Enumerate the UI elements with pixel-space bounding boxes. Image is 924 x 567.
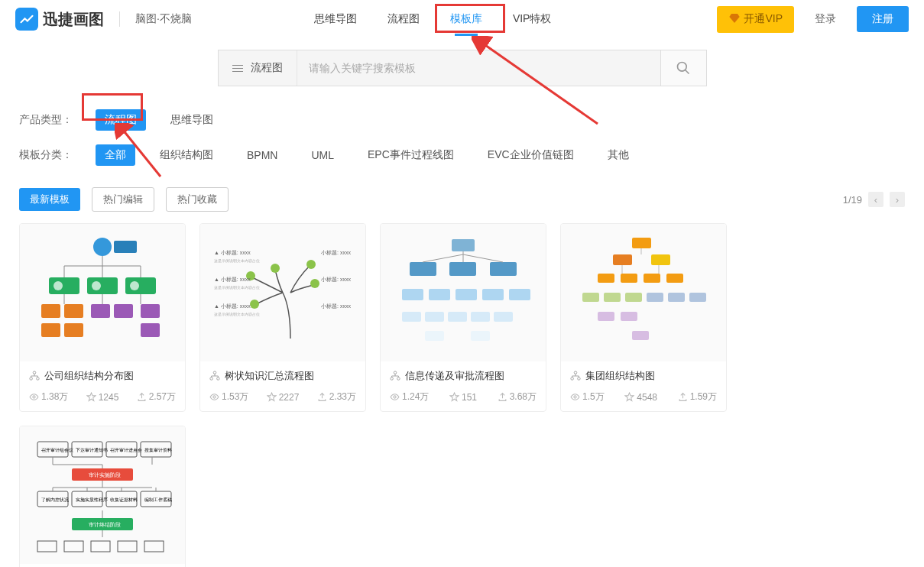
svg-rect-22 <box>141 304 160 318</box>
header-actions: 开通VIP 登录 注册 <box>717 6 909 33</box>
sort-hot-edit[interactable]: 热门编辑 <box>92 187 154 212</box>
svg-text:搜集审计资料: 搜集审计资料 <box>144 447 172 452</box>
svg-point-70 <box>394 396 396 398</box>
svg-point-88 <box>571 377 574 381</box>
page-indicator: 1/19 <box>843 194 862 206</box>
filter-bpmn[interactable]: BPMN <box>238 145 287 165</box>
menu-icon <box>232 65 243 72</box>
svg-point-46 <box>217 377 220 381</box>
svg-point-10 <box>53 281 63 290</box>
svg-point-45 <box>210 377 213 381</box>
filter-org[interactable]: 组织结构图 <box>151 144 222 166</box>
template-card[interactable]: ▲ 小标题: xxxx这是示例说明文本内容占位 ▲ 小标题: xxxx这是示例说… <box>199 223 366 412</box>
vip-button[interactable]: 开通VIP <box>717 6 794 33</box>
template-title: 集团组织结构图 <box>585 369 655 383</box>
svg-line-1 <box>686 70 689 74</box>
svg-rect-25 <box>141 323 160 337</box>
svg-rect-50 <box>410 262 436 276</box>
main-nav: 思维导图 流程图 模板库 VIP特权 <box>314 8 552 30</box>
filter-all[interactable]: 全部 <box>96 144 135 166</box>
svg-rect-79 <box>604 293 621 302</box>
slogan: 脑图·不烧脑 <box>135 12 192 26</box>
search-category-dropdown[interactable]: 流程图 <box>219 50 297 86</box>
search-box: 流程图 <box>218 50 661 86</box>
svg-text:这是示例说明文本内容占位: 这是示例说明文本内容占位 <box>214 312 260 316</box>
template-category-label: 模板分类： <box>19 148 73 162</box>
svg-point-31 <box>306 260 316 269</box>
svg-text:这是示例说明文本内容占位: 这是示例说明文本内容占位 <box>214 285 260 290</box>
svg-rect-20 <box>91 304 110 318</box>
sort-row: 最新模板 热门编辑 热门收藏 1/19 ‹ › <box>0 187 924 223</box>
svg-point-30 <box>271 264 280 273</box>
svg-point-0 <box>678 63 687 72</box>
svg-rect-113 <box>91 541 110 552</box>
svg-rect-82 <box>668 293 685 302</box>
svg-point-68 <box>391 377 394 381</box>
svg-text:小标题: xxxx: 小标题: xxxx <box>321 250 351 255</box>
search-input[interactable] <box>297 50 660 86</box>
svg-line-54 <box>463 254 503 262</box>
svg-rect-58 <box>482 289 504 300</box>
sort-latest[interactable]: 最新模板 <box>19 188 80 211</box>
svg-point-32 <box>310 279 319 288</box>
template-thumbnail: ▲ 小标题: xxxx这是示例说明文本内容占位 ▲ 小标题: xxxx这是示例说… <box>200 224 365 361</box>
svg-rect-57 <box>456 289 477 300</box>
svg-point-67 <box>394 371 397 374</box>
svg-rect-63 <box>471 312 490 322</box>
svg-rect-52 <box>490 262 517 276</box>
logo[interactable]: 迅捷画图 <box>15 8 104 31</box>
template-thumbnail <box>20 224 185 361</box>
prev-page[interactable]: ‹ <box>868 192 883 207</box>
filter-epc[interactable]: EPC事件过程线图 <box>358 144 463 166</box>
search-section: 流程图 <box>0 38 924 102</box>
svg-point-27 <box>30 377 33 381</box>
svg-rect-64 <box>494 312 513 322</box>
divider <box>119 11 120 27</box>
svg-rect-75 <box>621 274 637 283</box>
nav-templates[interactable]: 模板库 <box>450 8 482 30</box>
svg-rect-80 <box>625 293 642 302</box>
search-button[interactable] <box>661 50 707 86</box>
sort-hot-fav[interactable]: 热门收藏 <box>166 187 229 212</box>
svg-rect-112 <box>64 541 83 552</box>
filter-mindmap[interactable]: 思维导图 <box>161 109 222 131</box>
svg-rect-71 <box>632 238 651 248</box>
svg-rect-24 <box>64 323 83 337</box>
nav-mindmap[interactable]: 思维导图 <box>314 8 357 30</box>
svg-rect-62 <box>448 312 467 322</box>
svg-text:编制工作底稿: 编制工作底稿 <box>144 497 172 502</box>
svg-rect-60 <box>402 312 421 322</box>
register-button[interactable]: 注册 <box>857 6 909 32</box>
svg-rect-81 <box>647 293 663 302</box>
svg-text:收集证据材料: 收集证据材料 <box>110 497 138 502</box>
template-title: 信息传递及审批流程图 <box>405 369 504 383</box>
svg-point-87 <box>574 371 577 374</box>
template-grid: 公司组织结构分布图 1.38万 1245 2.57万 ▲ 小标题: xxxx这是… <box>0 223 924 567</box>
stars-stat: 1245 <box>86 390 119 403</box>
nav-flowchart[interactable]: 流程图 <box>387 8 420 30</box>
login-button[interactable]: 登录 <box>806 6 845 32</box>
svg-point-90 <box>574 396 576 398</box>
svg-point-44 <box>213 371 216 374</box>
diamond-icon <box>728 12 741 27</box>
svg-rect-18 <box>41 304 60 318</box>
views-stat: 1.38万 <box>29 390 68 403</box>
svg-text:召开审计进点会: 召开审计进点会 <box>110 447 142 452</box>
svg-point-69 <box>397 377 400 381</box>
filter-other[interactable]: 其他 <box>598 144 638 166</box>
filter-uml[interactable]: UML <box>302 145 343 165</box>
template-card[interactable]: 公司组织结构分布图 1.38万 1245 2.57万 <box>19 223 186 412</box>
svg-text:▲ 小标题: xxxx: ▲ 小标题: xxxx <box>214 277 251 282</box>
vip-label: 开通VIP <box>744 12 783 26</box>
svg-text:召开审计组会议: 召开审计组会议 <box>41 447 73 452</box>
flowchart-icon <box>29 371 40 381</box>
svg-text:审计实施阶段: 审计实施阶段 <box>89 472 121 478</box>
next-page[interactable]: › <box>890 192 905 207</box>
header: 迅捷画图 脑图·不烧脑 思维导图 流程图 模板库 VIP特权 开通VIP 登录 … <box>0 0 924 38</box>
nav-vip[interactable]: VIP特权 <box>513 8 552 30</box>
filter-evc[interactable]: EVC企业价值链图 <box>478 144 583 166</box>
template-card[interactable]: 集团组织结构图 1.5万 4548 1.59万 <box>560 223 727 412</box>
template-card[interactable]: 召开审计组会议 下达审计通知书 召开审计进点会 搜集审计资料 审计实施阶段 了解… <box>19 426 186 567</box>
filter-flowchart[interactable]: 流程图 <box>96 109 146 131</box>
template-card[interactable]: 信息传递及审批流程图 1.24万 151 3.68万 <box>380 223 546 412</box>
